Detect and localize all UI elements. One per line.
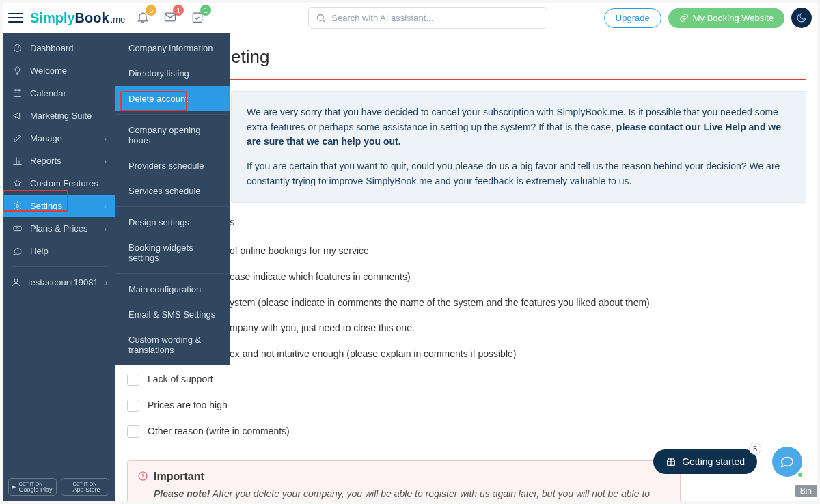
store-big: App Store — [72, 486, 100, 493]
tasks-badge: 1 — [200, 5, 211, 16]
reason-label: Other reason (write in comments) — [148, 425, 290, 438]
app-store-badges: ▶ GET IT ON Google Play GET IT ON App St… — [3, 473, 115, 501]
sidebar-item-calendar[interactable]: Calendar — [3, 82, 115, 104]
play-icon: ▶ — [12, 484, 16, 490]
notice-text-2: If you are certain that you want to quit… — [247, 159, 791, 188]
sidebar-item-label: Settings — [30, 201, 62, 211]
getting-started-button[interactable]: Getting started — [653, 449, 757, 474]
sidebar-item-custom-features[interactable]: Custom Features — [3, 172, 115, 195]
chat-icon — [11, 246, 23, 256]
svg-rect-4 — [14, 90, 20, 96]
sidebar-item-label: Welcome — [30, 66, 67, 76]
messages-icon[interactable]: 1 — [163, 10, 178, 25]
sidebar-item-account[interactable]: testaccount19081 › — [3, 271, 115, 294]
chevron-right-icon: › — [104, 225, 107, 233]
sidebar-item-welcome[interactable]: Welcome — [3, 59, 115, 82]
gear-icon — [11, 201, 23, 211]
sidebar-item-label: Reports — [30, 156, 62, 166]
messages-badge: 1 — [173, 5, 184, 16]
flyout-delete-account[interactable]: Delete account — [115, 86, 230, 111]
moon-icon — [796, 12, 807, 23]
flyout-design-settings[interactable]: Design settings — [115, 210, 230, 235]
search-input-wrap[interactable] — [308, 7, 547, 29]
reason-label: mpany with you, just need to close this … — [230, 322, 415, 335]
dark-mode-toggle[interactable] — [791, 8, 812, 28]
user-icon — [11, 277, 21, 288]
my-booking-website-label: My Booking Website — [693, 13, 774, 23]
sidebar-item-label: Help — [30, 246, 49, 256]
sidebar: Dashboard Welcome Calendar Marketing Sui… — [3, 33, 115, 501]
reason-label: ease indicate which features in comments… — [230, 270, 411, 284]
settings-flyout: Company information Directory listing De… — [115, 33, 230, 365]
google-play-badge[interactable]: ▶ GET IT ON Google Play — [8, 478, 57, 496]
sidebar-item-reports[interactable]: Reports › — [3, 150, 115, 172]
reason-label: ystem (please indicate in comments the n… — [230, 296, 650, 310]
account-label: testaccount19081 — [28, 277, 98, 288]
sidebar-item-label: Plans & Prices — [30, 223, 88, 234]
flyout-main-configuration[interactable]: Main configuration — [115, 277, 230, 302]
sidebar-item-label: Manage — [30, 133, 62, 143]
flyout-services-schedule[interactable]: Services schedule — [115, 178, 230, 204]
flyout-company-opening-hours[interactable]: Company opening hours — [115, 117, 230, 153]
megaphone-icon — [11, 111, 23, 121]
cash-icon — [11, 223, 23, 234]
menu-toggle[interactable] — [8, 10, 23, 25]
important-body: After you delete your company, you will … — [154, 488, 657, 501]
getting-started-count: 5 — [749, 443, 761, 455]
upgrade-button[interactable]: Upgrade — [604, 8, 661, 28]
sidebar-item-settings[interactable]: Settings ‹ — [3, 195, 115, 217]
svg-rect-0 — [165, 13, 176, 21]
logo[interactable]: SimplyBook.me — [30, 10, 125, 26]
important-box: Important Please note! After you delete … — [127, 460, 681, 501]
app-store-badge[interactable]: GET IT ON App Store — [61, 478, 109, 496]
gift-icon — [666, 456, 676, 467]
chevron-left-icon: ‹ — [104, 202, 107, 210]
flyout-company-information[interactable]: Company information — [115, 36, 230, 61]
reason-checkbox[interactable] — [127, 425, 139, 438]
svg-point-2 — [318, 14, 324, 20]
calendar-icon — [11, 88, 23, 98]
reason-checkbox[interactable] — [127, 400, 139, 412]
flyout-custom-wording[interactable]: Custom wording & translations — [115, 327, 230, 363]
svg-point-8 — [14, 279, 18, 283]
important-title: Important — [154, 471, 668, 483]
sidebar-item-marketing[interactable]: Marketing Suite — [3, 104, 115, 127]
notifications-badge: 5 — [146, 5, 156, 16]
bulb-icon — [11, 66, 23, 76]
header-icon-row: 5 1 1 — [136, 10, 206, 25]
reason-label: Prices are too high — [148, 399, 228, 412]
flyout-email-sms-settings[interactable]: Email & SMS Settings — [115, 302, 230, 327]
search-input[interactable] — [331, 13, 540, 23]
reasons-heading: s — [230, 216, 806, 227]
store-big: Google Play — [18, 486, 52, 493]
sidebar-item-plans-prices[interactable]: Plans & Prices › — [3, 217, 115, 240]
dashboard-icon — [11, 43, 23, 53]
sidebar-item-manage[interactable]: Manage › — [3, 127, 115, 150]
sidebar-item-label: Custom Features — [30, 178, 98, 188]
bin-tag[interactable]: Bin — [795, 485, 817, 497]
reason-row: Other reason (write in comments) — [127, 419, 806, 445]
sidebar-item-dashboard[interactable]: Dashboard — [3, 37, 115, 59]
flyout-directory-listing[interactable]: Directory listing — [115, 61, 230, 86]
reason-label: ex and not intuitive enough (please expl… — [230, 348, 516, 361]
warning-icon — [137, 471, 148, 481]
star-icon — [11, 178, 23, 188]
tasks-icon[interactable]: 1 — [191, 10, 206, 25]
svg-rect-6 — [13, 226, 20, 230]
chat-bubble-icon — [780, 454, 795, 469]
sidebar-item-help[interactable]: Help — [3, 240, 115, 262]
my-booking-website-button[interactable]: My Booking Website — [668, 8, 784, 28]
reason-label: Lack of support — [148, 373, 213, 387]
logo-suffix: .me — [111, 14, 126, 25]
chart-icon — [11, 156, 23, 166]
flyout-booking-widgets-settings[interactable]: Booking widgets settings — [115, 235, 230, 270]
flyout-providers-schedule[interactable]: Providers schedule — [115, 153, 230, 178]
reason-row: Lack of support — [127, 367, 806, 393]
logo-part1: Simply — [30, 10, 75, 26]
important-bold: Please note! — [154, 488, 210, 499]
chevron-right-icon: › — [105, 279, 108, 287]
reason-checkbox[interactable] — [127, 374, 139, 386]
logo-part2: Book — [75, 10, 109, 26]
notifications-icon[interactable]: 5 — [136, 10, 151, 25]
sidebar-item-label: Marketing Suite — [30, 111, 92, 121]
